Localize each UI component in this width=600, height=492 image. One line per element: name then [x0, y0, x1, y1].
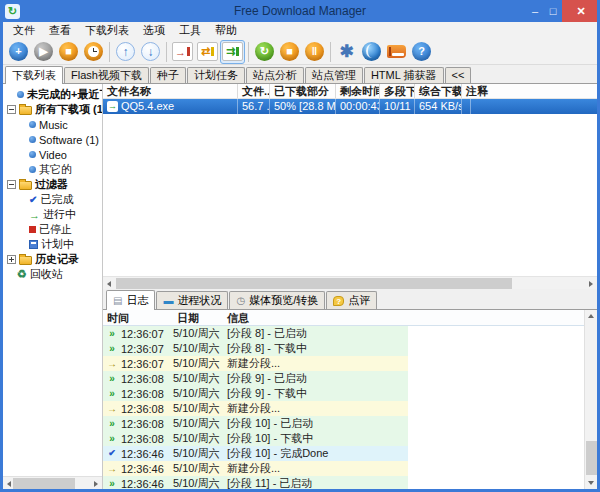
sidebar-item-filters[interactable]: 过滤器 [3, 177, 102, 192]
log-message: [分段 10] - 已启动 [223, 416, 408, 431]
close-button[interactable]: ✕ [562, 0, 600, 22]
sidebar-item-video[interactable]: Video [3, 147, 102, 162]
stop-download-button[interactable]: ■ [56, 40, 81, 64]
scheduler-button[interactable] [81, 40, 106, 64]
sidebar-item-label: Video [39, 149, 67, 161]
scroll-left-icon[interactable] [7, 481, 11, 487]
column-file-name[interactable]: 文件名称 [103, 84, 238, 98]
scrollbar-thumb[interactable] [116, 278, 512, 289]
schedule-icon [29, 240, 38, 249]
tab-site-explorer[interactable]: 站点分析 [246, 67, 304, 83]
resume-all-button[interactable]: ↻ [252, 40, 277, 64]
sidebar-item-label: Software (1) [39, 134, 99, 146]
column-sections[interactable]: 多段下... [380, 84, 415, 98]
column-comment[interactable]: 注释 [462, 84, 597, 98]
scrollbar-thumb[interactable] [586, 441, 597, 475]
log-row[interactable]: »12:36:085/10/周六[分段 9] - 下载中 [103, 386, 597, 401]
scrollbar-thumb[interactable] [13, 478, 75, 489]
tab-site-manager[interactable]: 站点管理 [305, 67, 363, 83]
log-message: [分段 10] - 下载中 [223, 431, 408, 446]
sidebar-item-stopped[interactable]: 已停止 [3, 222, 102, 237]
tab-collapse[interactable]: << [445, 67, 472, 83]
log-row[interactable]: →12:36:085/10/周六新建分段... [103, 401, 597, 416]
menu-file[interactable]: 文件 [6, 22, 42, 39]
speed-limit-full-button[interactable]: ⇉ [220, 40, 245, 64]
sidebar-item-music[interactable]: Music [3, 117, 102, 132]
download-list-horizontal-scrollbar[interactable] [103, 276, 597, 289]
start-download-button[interactable]: ▶ [31, 40, 56, 64]
maximize-button[interactable]: □ [544, 0, 562, 22]
sidebar-item-in-progress[interactable]: →进行中 [3, 207, 102, 222]
tab-progress[interactable]: ▬进程状况 [156, 291, 228, 309]
tab-torrents[interactable]: 种子 [150, 67, 186, 83]
collapse-icon[interactable] [7, 180, 16, 189]
sidebar-item-software[interactable]: Software (1) [3, 132, 102, 147]
network-button[interactable] [359, 40, 384, 64]
log-row[interactable]: »12:36:085/10/周六[分段 10] - 已启动 [103, 416, 597, 431]
tab-media-preview[interactable]: ◷媒体预览/转换 [229, 291, 325, 309]
scroll-down-icon[interactable] [588, 481, 594, 485]
menu-download-list[interactable]: 下载列表 [78, 22, 136, 39]
menu-help[interactable]: 帮助 [208, 22, 244, 39]
sidebar-item-recent[interactable]: 未完成的+最近下载 [3, 87, 102, 102]
download-row-selected[interactable]: →QQ5.4.exe 56.7 ... 50% [28.8 MB] 00:00:… [103, 99, 597, 114]
minimize-button[interactable]: – [526, 0, 544, 22]
sidebar-item-all-downloads[interactable]: 所有下载项 (1) [3, 102, 102, 117]
tab-comments[interactable]: ?点评 [326, 291, 377, 309]
sidebar-item-other[interactable]: 其它的 [3, 162, 102, 177]
sidebar-horizontal-scrollbar[interactable] [3, 476, 102, 489]
log-vertical-scrollbar[interactable] [584, 310, 597, 489]
add-download-button[interactable]: + [6, 40, 31, 64]
column-file-size[interactable]: 文件... [238, 84, 270, 98]
stop-all-button[interactable]: ■ [277, 40, 302, 64]
column-speed[interactable]: 综合下载... [415, 84, 462, 98]
stop-icon: ■ [59, 42, 78, 61]
green-arrow-icon: → [29, 209, 40, 221]
menu-options[interactable]: 选项 [136, 22, 172, 39]
log-row[interactable]: ✔12:36:465/10/周六[分段 10] - 完成Done [103, 446, 597, 461]
log-time: 12:36:46 [121, 448, 173, 460]
history-button[interactable] [384, 40, 409, 64]
log-row[interactable]: →12:36:465/10/周六新建分段... [103, 461, 597, 476]
move-down-button[interactable]: ↓ [138, 40, 163, 64]
scroll-left-icon[interactable] [107, 281, 111, 287]
sidebar-item-history[interactable]: 历史记录 [3, 252, 102, 267]
tab-log[interactable]: ▤日志 [106, 290, 155, 310]
folder-icon [19, 256, 32, 265]
help-button[interactable]: ? [409, 40, 434, 64]
log-date: 5/10/周六 [173, 341, 223, 356]
collapse-icon[interactable] [7, 105, 16, 114]
scroll-right-icon[interactable] [94, 481, 98, 487]
column-time-left[interactable]: 剩余时间 [336, 84, 380, 98]
log-row[interactable]: →12:36:075/10/周六新建分段... [103, 356, 597, 371]
speed-limit-low-button[interactable]: → [170, 40, 195, 64]
log-row[interactable]: »12:36:085/10/周六[分段 10] - 下载中 [103, 431, 597, 446]
log-row[interactable]: »12:36:075/10/周六[分段 8] - 已启动 [103, 326, 597, 341]
menu-view[interactable]: 查看 [42, 22, 78, 39]
move-up-button[interactable]: ↑ [113, 40, 138, 64]
tab-scheduler[interactable]: 计划任务 [187, 67, 245, 83]
menu-tools[interactable]: 工具 [172, 22, 208, 39]
column-info[interactable]: 信息 [223, 310, 597, 325]
log-row[interactable]: »12:36:085/10/周六[分段 9] - 已启动 [103, 371, 597, 386]
speed-limit-medium-button[interactable]: ⇄ [195, 40, 220, 64]
log-row[interactable]: »12:36:075/10/周六[分段 8] - 下载中 [103, 341, 597, 356]
settings-button[interactable]: ✱ [334, 40, 359, 64]
column-downloaded[interactable]: 已下载部分 [270, 84, 336, 98]
tab-html-spider[interactable]: HTML 捕获器 [364, 67, 444, 83]
pause-all-button[interactable]: ‖ [302, 40, 327, 64]
column-date[interactable]: 日期 [173, 310, 223, 325]
scroll-up-icon[interactable] [588, 314, 594, 318]
tab-download-list[interactable]: 下载列表 [5, 66, 63, 84]
plus-icon: + [9, 42, 28, 61]
fdm-window: ↻ Free Download Manager – □ ✕ 文件 查看 下载列表… [0, 0, 600, 492]
tab-flash-video[interactable]: Flash视频下载 [64, 67, 149, 83]
column-time[interactable]: 时间 [103, 310, 173, 325]
sidebar-item-completed[interactable]: ✔已完成 [3, 192, 102, 207]
log-row[interactable]: »12:36:465/10/周六[分段 11] - 已启动 [103, 476, 597, 491]
expand-icon[interactable] [7, 255, 16, 264]
scroll-right-icon[interactable] [589, 281, 593, 287]
log-message: 新建分段... [223, 356, 408, 371]
sidebar-item-scheduled[interactable]: 计划中 [3, 237, 102, 252]
sidebar-item-recycle-bin[interactable]: ♻回收站 [3, 267, 102, 282]
